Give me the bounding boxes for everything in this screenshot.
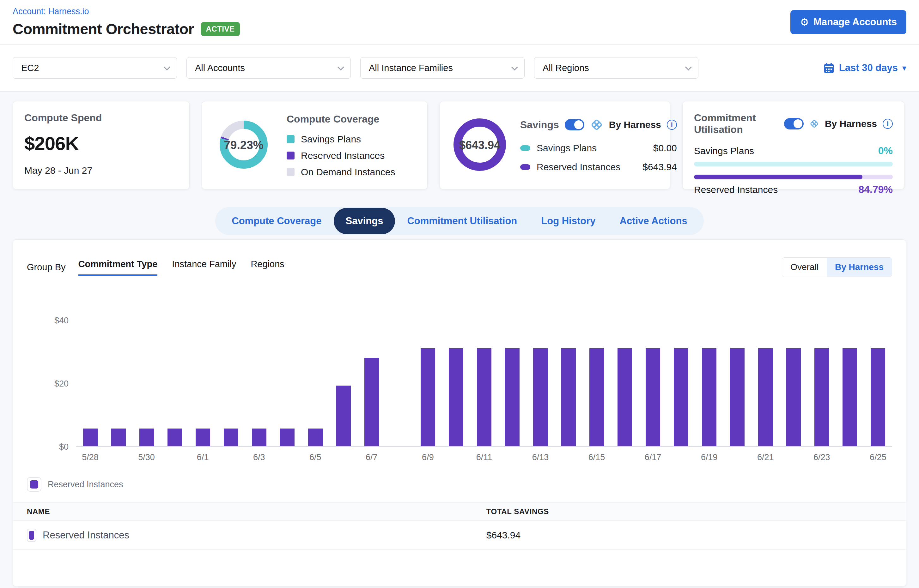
savings-card: $643.94 Savings By Harness i Sav xyxy=(439,101,670,189)
filter-select-value: All Accounts xyxy=(195,63,245,73)
tab-commitment-utilisation[interactable]: Commitment Utilisation xyxy=(395,208,529,234)
header-left: Account: Harness.io Commitment Orchestra… xyxy=(13,6,240,44)
tab-active-actions[interactable]: Active Actions xyxy=(608,208,699,234)
coverage-legend-item: Savings Plans xyxy=(287,134,395,145)
bar-slot: 6/23 xyxy=(808,311,836,446)
utilisation-label-row: Reserved Instances84.79% xyxy=(694,184,893,195)
bar-6-20 xyxy=(730,348,744,446)
title-row: Commitment Orchestrator ACTIVE xyxy=(13,20,240,37)
table-cell-name: Reserved Instances xyxy=(13,529,486,542)
legend-swatch xyxy=(30,480,38,488)
utilisation-head-row: Commitment Utilisation By Harness i xyxy=(694,112,893,136)
savings-bar-chart: $0$20$40 5/285/306/16/36/56/76/96/116/13… xyxy=(27,311,892,447)
bar-6-16 xyxy=(618,348,632,446)
table-header-row: NAME TOTAL SAVINGS xyxy=(13,502,906,521)
bar-slot xyxy=(780,311,808,446)
info-icon[interactable]: i xyxy=(883,119,893,129)
bar-slot: 6/9 xyxy=(414,311,442,446)
utilisation-row-pct: 0% xyxy=(878,145,893,157)
bar-6-14 xyxy=(561,348,576,446)
legend-label: Reserved Instances xyxy=(301,150,384,161)
bar-6-23 xyxy=(814,348,829,446)
savings-by-harness-label: By Harness xyxy=(609,120,661,130)
date-range-label: Last 30 days xyxy=(839,62,898,74)
bar-6-11 xyxy=(477,348,491,446)
groupby-option-commitment-type[interactable]: Commitment Type xyxy=(78,259,158,276)
bar-6-5 xyxy=(308,428,323,446)
date-range-picker[interactable]: Last 30 days ▾ xyxy=(823,62,906,74)
utilisation-progress-fill xyxy=(694,174,862,179)
plot-area: 5/285/306/16/36/56/76/96/116/136/156/176… xyxy=(76,311,892,447)
coverage-legend-item: Reserved Instances xyxy=(287,150,395,161)
compute-spend-period: May 28 - Jun 27 xyxy=(24,165,178,176)
status-badge: ACTIVE xyxy=(201,22,240,36)
bar-slot: 5/30 xyxy=(133,311,160,446)
utilisation-by-harness-toggle[interactable] xyxy=(784,118,804,129)
table-header-total-savings: TOTAL SAVINGS xyxy=(486,507,906,516)
segment-option-overall[interactable]: Overall xyxy=(782,258,827,277)
bar-slot: 6/1 xyxy=(189,311,217,446)
bar-slot: 6/15 xyxy=(583,311,611,446)
chevron-down-icon xyxy=(685,64,692,70)
bar-slot: 6/13 xyxy=(527,311,554,446)
section-tabbar-wrap: Compute CoverageSavingsCommitment Utilis… xyxy=(0,207,919,235)
bar-6-7 xyxy=(365,358,379,446)
row-swatch xyxy=(29,531,34,540)
bar-6-1 xyxy=(196,428,210,446)
bar-slot: 5/28 xyxy=(76,311,104,446)
manage-accounts-button[interactable]: ⚙ Manage Accounts xyxy=(790,10,906,34)
groupby-option-instance-family[interactable]: Instance Family xyxy=(172,259,236,276)
filter-select-all-accounts[interactable]: All Accounts xyxy=(186,57,351,79)
segment-option-by-harness[interactable]: By Harness xyxy=(827,258,892,277)
compute-spend-value: $206K xyxy=(24,132,178,154)
filter-select-value: All Regions xyxy=(543,63,589,73)
utilisation-progress-bar xyxy=(694,174,893,179)
groupby-option-regions[interactable]: Regions xyxy=(251,259,284,276)
bar-slot xyxy=(498,311,526,446)
bar-slot xyxy=(611,311,639,446)
x-axis-tick-label: 6/17 xyxy=(645,452,661,462)
account-breadcrumb-link[interactable]: Account: Harness.io xyxy=(13,6,240,17)
bar-6-9 xyxy=(421,348,435,446)
overall-byharness-segmented-control: OverallBy Harness xyxy=(782,257,892,277)
info-icon[interactable]: i xyxy=(667,120,677,130)
filter-select-all-instance-families[interactable]: All Instance Families xyxy=(360,57,525,79)
calendar-icon xyxy=(823,62,835,74)
savings-by-harness-toggle[interactable] xyxy=(565,119,584,131)
bar-6-21 xyxy=(758,348,773,446)
bar-6-10 xyxy=(449,348,463,446)
savings-donut: $643.94 xyxy=(451,116,508,174)
filter-select-ec2[interactable]: EC2 xyxy=(13,57,177,79)
bar-6-24 xyxy=(843,348,857,446)
tab-compute-coverage[interactable]: Compute Coverage xyxy=(220,208,334,234)
panel-toolbar: Group By Commitment TypeInstance FamilyR… xyxy=(27,257,892,277)
x-axis-tick-label: 6/15 xyxy=(588,452,605,462)
bar-slot xyxy=(554,311,583,446)
bar-6-25 xyxy=(870,348,885,446)
tab-savings[interactable]: Savings xyxy=(334,208,395,234)
bar-slot: 6/17 xyxy=(639,311,667,446)
bar-slot: 6/11 xyxy=(470,311,498,446)
group-by-label: Group By xyxy=(27,262,66,273)
savings-row-value: $643.94 xyxy=(642,162,677,173)
tab-log-history[interactable]: Log History xyxy=(529,208,608,234)
bar-6-19 xyxy=(702,348,716,446)
bar-slot xyxy=(667,311,695,446)
bar-slot: 6/7 xyxy=(357,311,386,446)
coverage-legend-item: On Demand Instances xyxy=(287,167,395,178)
filter-select-all-regions[interactable]: All Regions xyxy=(534,57,699,79)
chevron-down-icon xyxy=(337,64,344,70)
chart-legend: Reserved Instances xyxy=(27,477,892,492)
compute-spend-card: Compute Spend $206K May 28 - Jun 27 xyxy=(13,101,190,189)
bar-6-6 xyxy=(336,386,351,446)
bar-slot xyxy=(104,311,133,446)
compute-coverage-title: Compute Coverage xyxy=(287,113,395,125)
chart-legend-toggle[interactable] xyxy=(27,477,41,492)
x-axis-tick-label: 6/19 xyxy=(701,452,718,462)
savings-row-label: Savings Plans xyxy=(536,143,596,153)
utilisation-row-label: Savings Plans xyxy=(694,145,754,156)
legend-swatch xyxy=(287,168,295,176)
bar-slot xyxy=(723,311,752,446)
legend-pill-swatch xyxy=(520,145,530,151)
chart-legend-label: Reserved Instances xyxy=(48,480,123,489)
